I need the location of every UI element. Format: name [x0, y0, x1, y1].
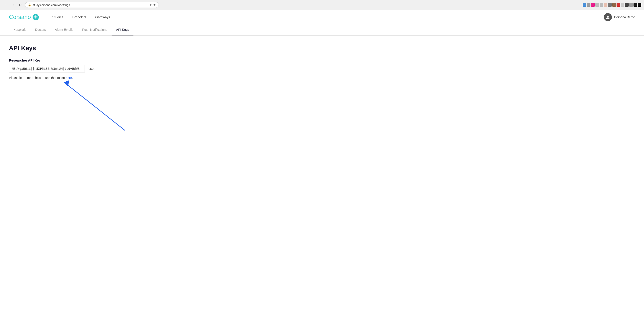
bookmark-icon[interactable]: ★ — [153, 3, 156, 7]
address-bar[interactable]: 🔒 study.corsano.com/#/settings ⬆ ★ — [25, 2, 159, 8]
nav-bracelets[interactable]: Bracelets — [72, 15, 86, 19]
user-name: Corsano Demo — [614, 15, 635, 19]
swatch-nearblack — [634, 3, 637, 7]
address-bar-actions: ⬆ ★ — [150, 3, 156, 7]
main-content: API Keys Researcher API Key reset Please… — [0, 36, 644, 169]
logo[interactable]: Corsano ✚ — [9, 13, 39, 20]
nav-gateways[interactable]: Gateways — [95, 15, 110, 19]
tab-api-keys[interactable]: API Keys — [112, 24, 134, 35]
nav-buttons: ← → ↻ — [3, 2, 23, 8]
settings-tabs: Hospitals Doctors Alarm Emails Push Noti… — [0, 24, 644, 36]
help-text-after: . — [72, 76, 73, 80]
back-button[interactable]: ← — [3, 2, 9, 8]
tab-hospitals[interactable]: Hospitals — [9, 24, 31, 35]
swatch-black — [638, 3, 641, 7]
user-area: Corsano Demo — [604, 13, 635, 21]
nav-links: Studies Bracelets Gateways — [52, 15, 604, 19]
swatch-blue — [583, 3, 586, 7]
svg-marker-2 — [64, 80, 69, 86]
avatar — [604, 13, 612, 21]
arrow-annotation — [51, 70, 140, 138]
reset-button[interactable]: reset — [88, 67, 94, 70]
swatch-gray3 — [600, 3, 603, 7]
reload-button[interactable]: ↻ — [17, 2, 23, 8]
nav-studies[interactable]: Studies — [52, 15, 63, 19]
tab-push-notifications[interactable]: Push Notifications — [78, 24, 112, 35]
svg-point-0 — [607, 15, 608, 17]
swatch-gray2 — [595, 3, 599, 7]
svg-line-1 — [66, 84, 125, 130]
api-key-input[interactable] — [9, 65, 85, 72]
help-link[interactable]: here — [66, 76, 72, 80]
top-nav: Corsano ✚ Studies Bracelets Gateways Cor… — [0, 10, 644, 24]
share-icon[interactable]: ⬆ — [150, 3, 152, 7]
help-text-before: Please learn more how to use that token — [9, 76, 66, 80]
lock-icon: 🔒 — [28, 3, 31, 6]
section-label: Researcher API Key — [9, 58, 635, 62]
api-key-row: reset — [9, 65, 635, 72]
swatch-gray5 — [621, 3, 624, 7]
swatch-darkgray — [625, 3, 628, 7]
arrow-svg — [51, 70, 140, 137]
swatch-brown — [612, 3, 616, 7]
tab-doctors[interactable]: Doctors — [31, 24, 50, 35]
help-text: Please learn more how to use that token … — [9, 76, 635, 80]
swatch-pink — [591, 3, 595, 7]
app-wrapper: Corsano ✚ Studies Bracelets Gateways Cor… — [0, 10, 644, 309]
forward-button[interactable]: → — [10, 2, 16, 8]
swatch-red — [616, 3, 620, 7]
logo-icon: ✚ — [32, 14, 39, 20]
logo-text: Corsano — [9, 13, 31, 20]
page-title: API Keys — [9, 44, 635, 52]
swatch-gray1 — [587, 3, 590, 7]
url-text: study.corsano.com/#/settings — [32, 3, 148, 7]
swatch-gray6 — [629, 3, 633, 7]
browser-chrome: ← → ↻ 🔒 study.corsano.com/#/settings ⬆ ★ — [0, 0, 644, 10]
tab-alarm-emails[interactable]: Alarm Emails — [50, 24, 78, 35]
swatch-peach — [604, 3, 608, 7]
swatch-gray4 — [608, 3, 612, 7]
color-swatches — [583, 3, 641, 7]
